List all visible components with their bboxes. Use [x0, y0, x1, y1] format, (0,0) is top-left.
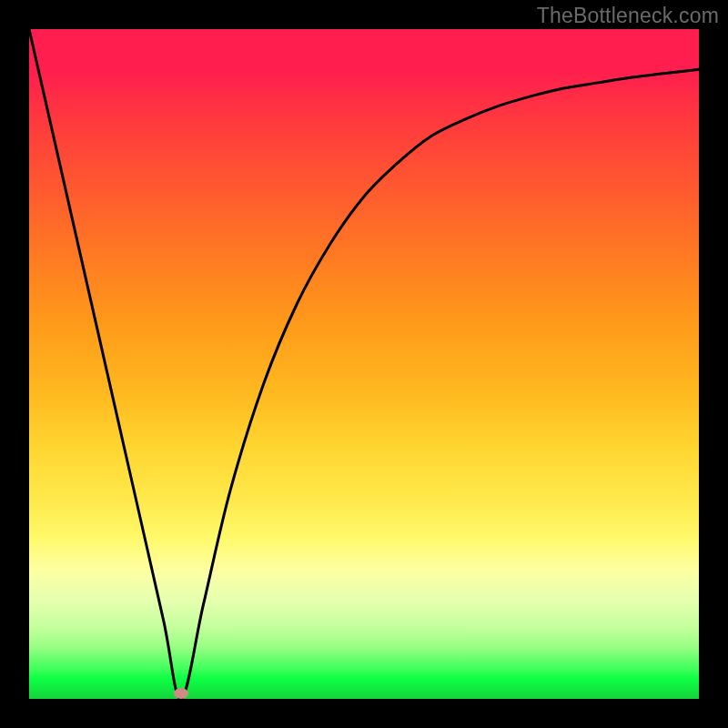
chart-frame: TheBottleneck.com: [0, 0, 728, 728]
plot-area: [29, 29, 699, 699]
watermark-text: TheBottleneck.com: [537, 4, 719, 28]
minimum-marker: [174, 688, 188, 699]
bottleneck-curve: [29, 29, 699, 699]
